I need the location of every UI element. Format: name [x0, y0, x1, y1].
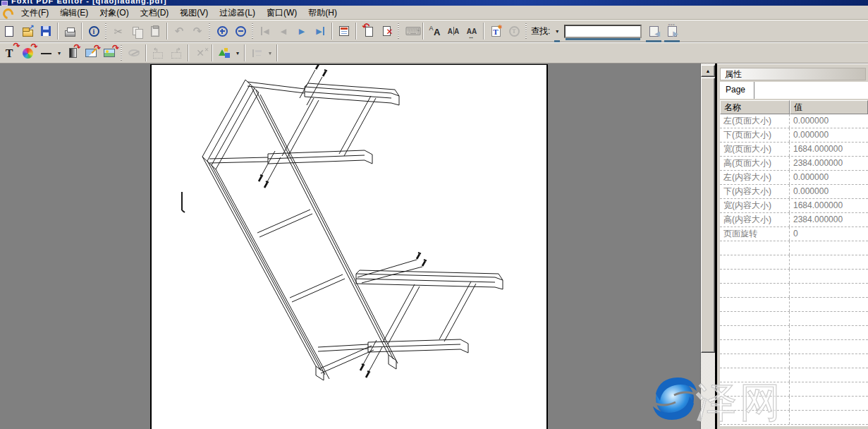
toolbar-grip[interactable]: [251, 23, 255, 39]
menu-item-object[interactable]: 对象(O): [94, 6, 134, 20]
pdf-page[interactable]: [150, 64, 548, 429]
zoom-in-button[interactable]: [213, 22, 231, 40]
edit-image-button[interactable]: [82, 44, 100, 62]
property-row[interactable]: [720, 326, 868, 340]
shapes-dropdown-icon[interactable]: ▾: [233, 44, 242, 62]
toolbar-separator: [422, 23, 424, 40]
find-dropdown-icon[interactable]: ▾: [553, 22, 561, 40]
property-row[interactable]: [720, 382, 868, 397]
menu-item-window[interactable]: 窗口(W): [261, 6, 302, 20]
find-prev-button[interactable]: [644, 22, 663, 40]
toolbar-grip[interactable]: [120, 45, 123, 61]
line-dropdown-icon[interactable]: ▾: [55, 44, 63, 62]
property-row[interactable]: [720, 284, 868, 298]
save-button[interactable]: [37, 22, 55, 40]
property-row[interactable]: 宽(内容大小)1684.000000: [720, 199, 868, 213]
cut-button[interactable]: [109, 22, 128, 40]
property-row[interactable]: [720, 354, 868, 368]
property-row[interactable]: [720, 368, 868, 382]
tab-page[interactable]: Page: [720, 82, 754, 99]
add-text-button[interactable]: [0, 44, 18, 62]
font-replace-button[interactable]: [426, 22, 444, 40]
menu-item-file[interactable]: 文件(F): [16, 6, 54, 20]
property-row[interactable]: 下(内容大小)0.000000: [720, 185, 868, 199]
property-row[interactable]: [720, 312, 868, 326]
insert-shapes-button[interactable]: [215, 44, 233, 62]
keyboard-button[interactable]: [402, 22, 420, 40]
first-page-button[interactable]: [256, 22, 274, 40]
find-input[interactable]: [564, 25, 642, 38]
page-layout-button[interactable]: [335, 22, 353, 40]
find-next-icon: [668, 26, 677, 37]
property-row[interactable]: 页面旋转0: [720, 227, 868, 241]
font-size-button[interactable]: [444, 22, 463, 40]
add-gradient-button[interactable]: [63, 44, 82, 62]
prev-page-button[interactable]: [274, 22, 293, 40]
rotate-page-button[interactable]: [359, 22, 377, 40]
zoom-out-button[interactable]: [231, 22, 250, 40]
send-backward-button[interactable]: [149, 44, 167, 62]
font-width-button[interactable]: [463, 22, 481, 40]
text-tool-button[interactable]: [505, 22, 523, 40]
screw-detail: [316, 65, 320, 69]
property-row[interactable]: [720, 241, 868, 255]
column-header-value[interactable]: 值: [790, 100, 868, 114]
property-row[interactable]: 高(页面大小)2384.000000: [720, 157, 868, 171]
menu-item-view[interactable]: 视图(V): [174, 6, 214, 20]
property-value: [790, 354, 868, 368]
add-image-button[interactable]: [100, 44, 118, 62]
property-row[interactable]: [720, 411, 868, 425]
info-button[interactable]: [85, 22, 103, 40]
print-button[interactable]: [61, 22, 79, 40]
find-label: 查找:: [530, 25, 553, 37]
property-row[interactable]: 左(页面大小)0.000000: [720, 114, 868, 128]
document-workspace[interactable]: [0, 64, 701, 429]
scroll-up-arrow-icon[interactable]: ▲: [701, 65, 715, 77]
edit-object-button[interactable]: [125, 44, 143, 62]
property-row[interactable]: [720, 298, 868, 312]
vertical-scrollbar[interactable]: ▲: [701, 64, 715, 429]
new-page-button[interactable]: [0, 22, 18, 40]
menu-item-document[interactable]: 文档(D): [135, 6, 175, 20]
align-button[interactable]: [247, 44, 266, 62]
toolbar-separator: [166, 23, 168, 40]
paste-icon: [151, 26, 159, 37]
open-folder-button[interactable]: [18, 22, 37, 40]
align-dropdown-icon[interactable]: ▾: [266, 44, 274, 62]
paste-button[interactable]: [146, 22, 164, 40]
property-row[interactable]: [720, 397, 868, 411]
next-page-button[interactable]: [293, 22, 311, 40]
toolbar-grip[interactable]: [525, 23, 528, 39]
toolbar-grip[interactable]: [104, 23, 108, 39]
property-row[interactable]: 左(内容大小)0.000000: [720, 171, 868, 185]
property-value: [790, 397, 868, 410]
bring-forward-button[interactable]: [167, 44, 185, 62]
insert-text-button[interactable]: [487, 22, 505, 40]
delete-page-button[interactable]: [377, 22, 396, 40]
delete-object-button[interactable]: [191, 44, 209, 62]
property-row[interactable]: [720, 255, 868, 270]
menu-item-filter[interactable]: 过滤器(L): [214, 6, 261, 20]
property-row[interactable]: 高(内容大小)2384.000000: [720, 213, 868, 227]
toolbar-grip[interactable]: [397, 23, 401, 39]
property-row[interactable]: [720, 340, 868, 354]
add-color-button[interactable]: [18, 44, 37, 62]
property-value: 0: [790, 227, 868, 241]
menu-item-edit[interactable]: 编辑(E): [54, 6, 94, 20]
property-row[interactable]: 下(页面大小)0.000000: [720, 128, 868, 143]
toolbar-grip[interactable]: [208, 23, 212, 39]
line-style-button[interactable]: [37, 44, 55, 62]
property-row[interactable]: 宽(页面大小)1684.000000: [720, 143, 868, 157]
find-next-button[interactable]: [663, 22, 681, 40]
undo-button[interactable]: [170, 22, 188, 40]
menu-item-help[interactable]: 帮助(H): [302, 6, 343, 20]
copy-button[interactable]: [128, 22, 146, 40]
property-row[interactable]: [720, 270, 868, 284]
align-icon: [251, 47, 263, 59]
next-page-icon: [296, 25, 308, 37]
property-value: [790, 284, 868, 297]
scrollbar-thumb[interactable]: [701, 78, 715, 353]
column-header-name[interactable]: 名称: [720, 100, 790, 114]
last-page-button[interactable]: [311, 22, 329, 40]
redo-button[interactable]: [188, 22, 207, 40]
